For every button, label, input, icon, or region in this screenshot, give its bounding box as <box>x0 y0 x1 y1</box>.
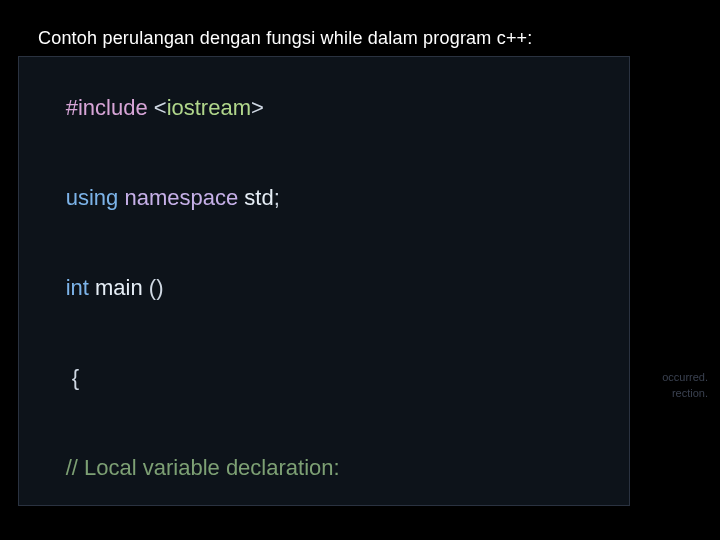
token-header: iostream <box>167 95 251 120</box>
token-namespace: namespace <box>124 185 244 210</box>
token-semi: ; <box>274 185 280 210</box>
token-main: main <box>95 275 149 300</box>
token-using: using <box>66 185 125 210</box>
slide-heading: Contoh perulangan dengan fungsi while da… <box>38 28 533 49</box>
ghost-text-2: rection. <box>672 386 708 400</box>
token-comment-1: // Local variable declaration: <box>66 455 340 480</box>
token-brace-open: { <box>66 365 79 390</box>
token-std: std <box>244 185 273 210</box>
token-parens: () <box>149 275 164 300</box>
code-line-5: // Local variable declaration: <box>29 423 619 513</box>
code-line-1: #include <iostream> <box>29 63 619 153</box>
code-line-6: int a = 1; <box>29 513 619 540</box>
token-directive: #include <box>66 95 154 120</box>
code-line-3: int main () <box>29 243 619 333</box>
slide-page: Contoh perulangan dengan fungsi while da… <box>0 0 720 540</box>
code-line-2: using namespace std; <box>29 153 619 243</box>
code-line-4: { <box>29 333 619 423</box>
code-block: #include <iostream> using namespace std;… <box>18 56 630 506</box>
ghost-text-1: occurred. <box>662 370 708 384</box>
token-angle-close: > <box>251 95 264 120</box>
token-int: int <box>66 275 95 300</box>
token-angle-open: < <box>154 95 167 120</box>
